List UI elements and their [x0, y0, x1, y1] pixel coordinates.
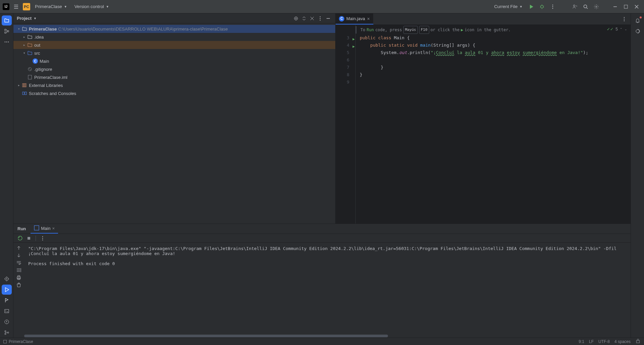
- chevron-right-icon[interactable]: ▸: [21, 35, 27, 39]
- run-config-selector[interactable]: Current File ▼: [491, 2, 525, 11]
- tree-root-path: C:\Users\Usuario\Documents\DESARROLLO WE…: [58, 27, 228, 32]
- rerun-icon[interactable]: [17, 235, 23, 242]
- editor-panel: C Main.java × ✓✓ 5 ⌃ ⌄: [336, 13, 631, 224]
- stop-icon[interactable]: [26, 235, 32, 242]
- svg-point-44: [636, 30, 639, 33]
- ai-assistant-icon[interactable]: [633, 26, 643, 36]
- svg-rect-16: [5, 309, 9, 313]
- code-area[interactable]: To Run code, press Mayús F10 or click th…: [356, 25, 631, 224]
- module-icon: [3, 340, 7, 343]
- tree-item-idea[interactable]: ▸ .idea: [13, 33, 335, 41]
- scroll-down-icon[interactable]: [15, 252, 22, 259]
- editor-gutter[interactable]: 3▶ 4▶ 5 6 7 8 9: [336, 25, 356, 224]
- editor-tab-options-icon[interactable]: [621, 15, 628, 23]
- hint-run: Run: [366, 26, 374, 34]
- hint-text: icon in the gutter.: [465, 26, 511, 34]
- project-header: Project ▼: [13, 13, 335, 23]
- more-actions-icon[interactable]: [548, 2, 557, 11]
- terminal-tool-button[interactable]: [2, 306, 12, 316]
- tree-item-iml[interactable]: PrimeraClase.iml: [13, 73, 335, 81]
- editor-body[interactable]: ✓✓ 5 ⌃ ⌄ 3▶ 4▶ 5 6 7 8 9: [336, 25, 631, 224]
- chevron-right-icon[interactable]: ▸: [16, 84, 21, 87]
- indent-setting[interactable]: 4 spaces: [614, 339, 631, 344]
- scrollbar-thumb[interactable]: [24, 335, 388, 337]
- tree-item-label: .idea: [34, 35, 44, 40]
- expand-all-icon[interactable]: [300, 15, 308, 22]
- more-tools-icon[interactable]: [2, 37, 12, 47]
- code-with-me-icon[interactable]: [570, 2, 580, 11]
- line-separator[interactable]: LF: [589, 339, 594, 344]
- svg-rect-36: [34, 226, 39, 230]
- select-opened-file-icon[interactable]: [292, 15, 300, 22]
- tree-item-src[interactable]: ▾ src: [13, 49, 335, 57]
- soft-wrap-icon[interactable]: [15, 259, 22, 266]
- main-container: Project ▼ ▾ PrimeraClase: [0, 13, 644, 338]
- settings-gear-icon[interactable]: [592, 2, 601, 11]
- readonly-lock-icon[interactable]: [635, 338, 641, 345]
- tree-root[interactable]: ▾ PrimeraClase C:\Users\Usuario\Document…: [13, 25, 335, 33]
- git-tool-button[interactable]: [2, 328, 12, 338]
- tree-item-out[interactable]: ▸ out: [13, 41, 335, 49]
- editor-tab-main[interactable]: C Main.java ×: [336, 13, 374, 24]
- editor-tab-label: Main.java: [346, 16, 365, 21]
- tree-item-scratches[interactable]: Scratches and Consoles: [13, 89, 335, 97]
- project-panel-title[interactable]: Project ▼: [17, 16, 37, 21]
- tree-item-external-libs[interactable]: ▸ External Libraries: [13, 81, 335, 89]
- file-encoding[interactable]: UTF-8: [598, 339, 610, 344]
- tree-item-label: External Libraries: [29, 83, 63, 88]
- run-config-tab[interactable]: Main ×: [31, 224, 58, 234]
- chevron-down-icon: ▼: [34, 17, 37, 20]
- app-logo-icon: IJ: [3, 3, 9, 10]
- chevron-right-icon[interactable]: ▸: [21, 43, 27, 47]
- project-tool-button[interactable]: [2, 15, 12, 26]
- module-label[interactable]: PrimeraClase: [9, 339, 33, 344]
- cursor-position[interactable]: 9:1: [579, 339, 584, 344]
- target-tool-button[interactable]: [2, 274, 12, 284]
- console-line: ¡Concluí la aula 01 y ahora estoy sumerg…: [28, 251, 175, 256]
- panel-options-icon[interactable]: [316, 15, 324, 22]
- svg-rect-29: [24, 84, 25, 87]
- tree-item-gitignore[interactable]: .gitignore: [13, 65, 335, 73]
- notifications-icon[interactable]: [633, 15, 643, 26]
- clear-all-icon[interactable]: [15, 282, 22, 288]
- svg-rect-8: [5, 29, 6, 31]
- tree-item-main-class[interactable]: C Main: [13, 57, 335, 65]
- scroll-to-end-icon[interactable]: [15, 267, 22, 274]
- top-split: Project ▼ ▾ PrimeraClase: [13, 13, 631, 224]
- chevron-down-icon[interactable]: ▾: [21, 51, 27, 55]
- project-selector[interactable]: PrimeraClase ▼: [32, 2, 70, 11]
- svg-point-12: [6, 42, 7, 43]
- svg-rect-31: [22, 92, 24, 95]
- search-icon[interactable]: [581, 2, 590, 11]
- svg-point-6: [596, 6, 597, 7]
- horizontal-scrollbar[interactable]: [24, 334, 631, 338]
- chevron-down-icon: ▼: [106, 5, 109, 8]
- problems-tool-button[interactable]: [2, 317, 12, 327]
- chevron-down-icon[interactable]: ▾: [16, 27, 21, 31]
- build-tool-button[interactable]: [2, 295, 12, 305]
- close-tab-icon[interactable]: ×: [367, 16, 370, 21]
- hamburger-menu-icon[interactable]: [11, 2, 21, 11]
- close-window-icon[interactable]: [632, 2, 641, 11]
- folder-icon: [27, 42, 33, 48]
- close-tab-icon[interactable]: ×: [52, 226, 55, 231]
- minimize-window-icon[interactable]: [610, 2, 620, 11]
- project-tree[interactable]: ▾ PrimeraClase C:\Users\Usuario\Document…: [13, 23, 335, 224]
- collapse-all-icon[interactable]: [308, 15, 316, 22]
- svg-point-15: [6, 279, 7, 280]
- svg-point-0: [541, 5, 543, 8]
- print-icon[interactable]: [15, 274, 22, 281]
- run-console[interactable]: "C:\Program Files\Java\jdk-17\bin\java.e…: [24, 243, 631, 334]
- structure-tool-button[interactable]: [2, 26, 12, 36]
- vcs-selector[interactable]: Version control ▼: [72, 2, 112, 11]
- more-actions-icon[interactable]: [39, 235, 46, 242]
- debug-button[interactable]: [537, 2, 547, 11]
- hide-panel-icon[interactable]: [325, 15, 332, 22]
- scroll-up-icon[interactable]: [15, 245, 22, 251]
- run-panel-title: Run: [17, 224, 27, 233]
- run-panel: Run Main ×: [13, 224, 631, 338]
- maximize-window-icon[interactable]: [621, 2, 631, 11]
- run-button[interactable]: [527, 2, 536, 11]
- run-tool-button[interactable]: [2, 285, 12, 295]
- kbd-key: F10: [419, 26, 429, 34]
